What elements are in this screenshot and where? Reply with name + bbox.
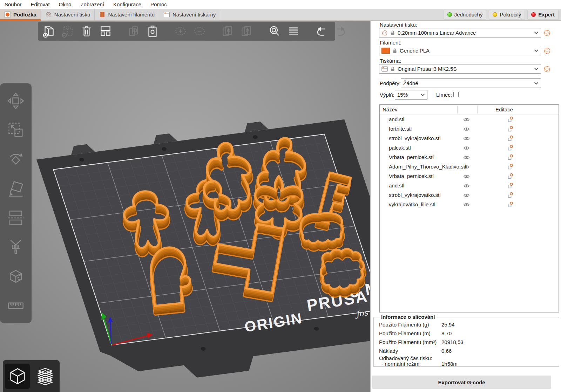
- tab-label: Podložka: [13, 12, 36, 18]
- filament-spool-icon: [99, 11, 106, 18]
- object-list[interactable]: Název Editace and.stl fortnite.stl strob…: [379, 104, 559, 312]
- measure-tool-icon[interactable]: [6, 296, 26, 315]
- slicing-info-title: Informace o slicování: [379, 314, 437, 320]
- infill-combo[interactable]: 15%: [395, 90, 427, 99]
- list-item[interactable]: Vrbata_pernicek.stl: [380, 172, 559, 181]
- prusaslicer-window: Soubor Editovat Okno Zobrazení Konfigura…: [0, 0, 561, 392]
- object-name: strobl_vykrajovatko.stl: [389, 192, 441, 198]
- filament-combo[interactable]: Generic PLA: [379, 46, 541, 55]
- viewport-3d[interactable]: ORIGIN PRUSA 3 M Jos: [0, 21, 370, 392]
- edit-icon[interactable]: [507, 126, 513, 132]
- eye-icon[interactable]: [463, 173, 470, 180]
- paint-supports-tool-icon[interactable]: [6, 237, 26, 257]
- edit-icon[interactable]: [507, 164, 513, 170]
- cut-tool-icon[interactable]: [6, 208, 26, 228]
- list-item[interactable]: and.stl: [380, 181, 559, 191]
- edit-icon[interactable]: [507, 116, 513, 123]
- editor-3d-view-button[interactable]: [5, 364, 30, 389]
- delete-all-button[interactable]: [79, 24, 94, 39]
- info-label: Použito Filamentu (mm³): [379, 339, 437, 345]
- menu-soubor[interactable]: Soubor: [0, 0, 26, 9]
- scale-tool-icon[interactable]: [6, 120, 26, 140]
- menu-editovat[interactable]: Editovat: [26, 0, 54, 9]
- infill-label: Výplň:: [380, 92, 394, 98]
- print-settings-label: Nastavení tisku:: [380, 22, 417, 28]
- mode-simple-dot-icon: [447, 12, 452, 17]
- printer-combo[interactable]: Original Prusa i3 MK2.5S: [379, 64, 541, 74]
- eye-icon[interactable]: [463, 201, 470, 208]
- tab-podlozka[interactable]: Podložka: [0, 9, 41, 20]
- eye-icon[interactable]: [463, 164, 470, 170]
- edit-icon[interactable]: [507, 173, 513, 180]
- edit-icon[interactable]: [507, 201, 513, 208]
- list-item[interactable]: strobl_vykrajovatko.stl: [380, 191, 559, 200]
- list-item[interactable]: strobl_vykrajovatko.stl: [380, 134, 559, 143]
- eye-icon[interactable]: [463, 154, 470, 161]
- menu-konfigurace[interactable]: Konfigurace: [109, 0, 146, 9]
- edit-icon[interactable]: [507, 135, 513, 142]
- mode-label: Pokročilý: [500, 12, 521, 18]
- add-instance-button[interactable]: [173, 24, 188, 39]
- mode-advanced-button[interactable]: Pokročilý: [489, 10, 525, 20]
- print-settings-gear-button[interactable]: [543, 29, 551, 37]
- seam-painting-tool-icon[interactable]: [6, 267, 26, 286]
- mode-simple-button[interactable]: Jednoduchý: [444, 10, 487, 20]
- edit-icon[interactable]: [507, 183, 513, 189]
- undo-button[interactable]: [314, 24, 329, 39]
- supports-combo[interactable]: Žádné: [401, 78, 541, 88]
- brim-checkbox[interactable]: [453, 92, 459, 97]
- split-to-objects-button[interactable]: O: [220, 24, 235, 39]
- eye-icon[interactable]: [463, 126, 470, 132]
- paste-button[interactable]: [145, 24, 160, 39]
- redo-button[interactable]: [333, 24, 348, 39]
- print-settings-value: 0.20mm 100mms Linear Advance: [398, 30, 476, 36]
- mode-expert-button[interactable]: Expert: [527, 10, 559, 20]
- move-tool-icon[interactable]: [6, 91, 26, 111]
- tab-nastaveni-tisku[interactable]: Nastavení tisku: [41, 9, 95, 20]
- list-item[interactable]: Adam_Pilny_Thorovo_Kladivo.stl: [380, 162, 559, 172]
- list-item[interactable]: palcak.stl: [380, 143, 559, 153]
- variable-layer-height-button[interactable]: [286, 24, 301, 39]
- print-time-mode-label: - normální režim: [381, 361, 419, 367]
- split-to-parts-button[interactable]: P: [239, 24, 254, 39]
- info-value: 0,66: [441, 348, 452, 354]
- edit-icon[interactable]: [507, 154, 513, 161]
- preview-layers-view-button[interactable]: [33, 364, 58, 389]
- remove-object-button[interactable]: [60, 24, 75, 39]
- place-on-face-tool-icon[interactable]: [6, 179, 26, 198]
- filament-gear-button[interactable]: [543, 47, 551, 55]
- print-settings-combo[interactable]: 0.20mm 100mms Linear Advance: [379, 28, 541, 37]
- copy-button[interactable]: [126, 24, 141, 39]
- info-label: Použito Filamentu (g): [379, 322, 429, 328]
- eye-icon[interactable]: [463, 116, 470, 123]
- object-name: and.stl: [389, 116, 404, 122]
- tab-nastaveni-filamentu[interactable]: Nastavení filamentu: [95, 9, 159, 20]
- edit-icon[interactable]: [507, 145, 513, 151]
- eye-icon[interactable]: [463, 192, 470, 199]
- list-item[interactable]: and.stl: [380, 115, 559, 124]
- printer-gear-button[interactable]: [543, 65, 551, 73]
- chevron-down-icon: [534, 82, 539, 85]
- menu-zobrazeni[interactable]: Zobrazení: [76, 0, 109, 9]
- eye-icon[interactable]: [463, 145, 470, 151]
- svg-text:O: O: [227, 28, 230, 33]
- object-list-header: Název Editace: [380, 105, 559, 115]
- arrange-button[interactable]: [98, 24, 113, 39]
- mode-expert-dot-icon: [531, 12, 536, 17]
- eye-icon[interactable]: [463, 135, 470, 142]
- menu-pomoc[interactable]: Pomoc: [146, 0, 171, 9]
- add-object-button[interactable]: [41, 24, 56, 39]
- menu-okno[interactable]: Okno: [54, 0, 76, 9]
- search-button[interactable]: [267, 24, 282, 39]
- mode-advanced-dot-icon: [493, 12, 497, 17]
- rotate-tool-icon[interactable]: [6, 150, 26, 169]
- export-gcode-button[interactable]: Exportovat G-code: [372, 376, 551, 389]
- tab-bar: Podložka Nastavení tisku Nastavení filam…: [0, 9, 561, 21]
- edit-icon[interactable]: [507, 192, 513, 199]
- list-item[interactable]: fortnite.stl: [380, 124, 559, 134]
- remove-instance-button[interactable]: [192, 24, 207, 39]
- list-item[interactable]: vykrajovátko_lilie.stl: [380, 200, 559, 209]
- eye-icon[interactable]: [463, 183, 470, 189]
- list-item[interactable]: Vrbata_pernicek.stl: [380, 153, 559, 162]
- tab-nastaveni-tiskarny[interactable]: Nastavení tiskárny: [159, 9, 220, 20]
